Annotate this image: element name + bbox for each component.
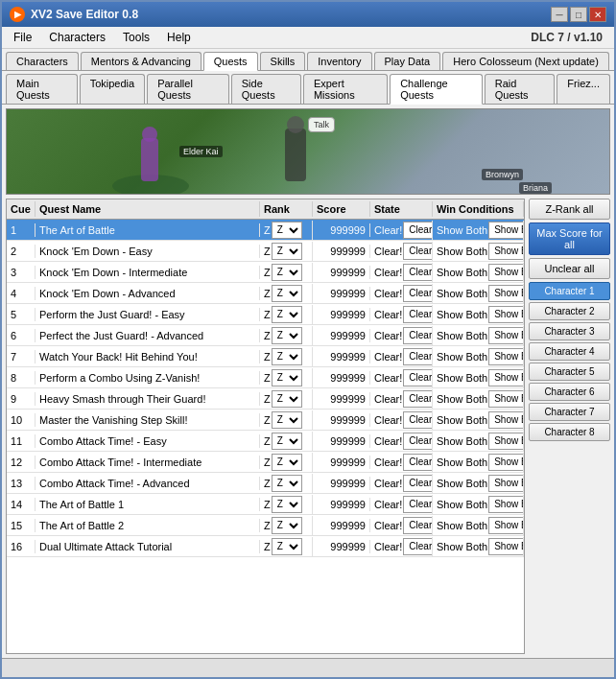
cell-state[interactable]: Clear! Clear!Unclear [370, 284, 433, 303]
cell-state[interactable]: Clear! Clear!Unclear [370, 242, 433, 261]
tab-side-quests[interactable]: Side Quests [231, 74, 301, 104]
wincond-select[interactable]: Show BothWin OnlyHide [488, 348, 524, 365]
wincond-select[interactable]: Show BothWin OnlyHide [488, 264, 524, 281]
wincond-select[interactable]: Show BothWin OnlyHide [488, 433, 524, 450]
max-score-button[interactable]: Max Score for all [529, 222, 610, 255]
cell-wincond[interactable]: Show Both Show BothWin OnlyHide [433, 221, 524, 240]
cell-rank[interactable]: Z ZSABCD [260, 263, 313, 282]
wincond-select[interactable]: Show BothWin OnlyHide [488, 306, 524, 323]
rank-select[interactable]: ZSABCD [272, 243, 302, 260]
cell-rank[interactable]: Z ZSABCD [260, 537, 313, 556]
cell-rank[interactable]: Z ZSABCD [260, 495, 313, 514]
rank-select[interactable]: ZSABCD [272, 433, 302, 450]
cell-wincond[interactable]: Show Both Show BothWin OnlyHide [433, 389, 524, 409]
state-select[interactable]: Clear!Unclear [403, 285, 433, 302]
tab-hero-colosseum[interactable]: Hero Colosseum (Next update) [442, 52, 609, 70]
rank-select[interactable]: ZSABCD [272, 285, 302, 302]
wincond-select[interactable]: Show BothWin OnlyHide [488, 538, 524, 555]
cell-rank[interactable]: Z ZSABCD [260, 389, 313, 409]
tab-raid-quests[interactable]: Raid Quests [485, 74, 556, 104]
cell-wincond[interactable]: Show Both Show BothWin OnlyHide [433, 305, 524, 324]
rank-select[interactable]: ZSABCD [272, 517, 302, 534]
cell-wincond[interactable]: Show Both Show BothWin OnlyHide [433, 516, 524, 535]
cell-wincond[interactable]: Show Both Show BothWin OnlyHide [433, 263, 524, 282]
wincond-select[interactable]: Show BothWin OnlyHide [488, 411, 524, 429]
tab-characters[interactable]: Characters [6, 52, 79, 70]
state-select[interactable]: Clear!Unclear [403, 433, 433, 450]
table-row[interactable]: 9 Heavy Smash through Their Guard! Z ZSA… [7, 388, 524, 410]
state-select[interactable]: Clear!Unclear [403, 411, 433, 429]
state-select[interactable]: Clear!Unclear [403, 327, 433, 344]
tab-quests[interactable]: Quests [203, 52, 258, 71]
cell-rank[interactable]: Z ZSABCD [260, 221, 313, 240]
rank-select[interactable]: ZSABCD [272, 411, 302, 429]
tab-challenge-quests[interactable]: Challenge Quests [390, 74, 483, 105]
cell-rank[interactable]: Z ZSABCD [260, 284, 313, 303]
rank-select[interactable]: ZSABCD [272, 369, 302, 386]
table-row[interactable]: 8 Perform a Combo Using Z-Vanish! Z ZSAB… [7, 367, 524, 388]
table-row[interactable]: 12 Combo Attack Time! - Intermediate Z Z… [7, 452, 524, 473]
cell-rank[interactable]: Z ZSABCD [260, 474, 313, 493]
rank-select[interactable]: ZSABCD [272, 496, 302, 513]
minimize-button[interactable]: ─ [551, 7, 568, 22]
rank-select[interactable]: ZSABCD [272, 327, 302, 344]
char-button-6[interactable]: Character 6 [529, 383, 610, 401]
table-row[interactable]: 14 The Art of Battle 1 Z ZSABCD 999999 C… [7, 494, 524, 515]
char-button-8[interactable]: Character 8 [529, 423, 610, 441]
tab-skills[interactable]: Skills [260, 52, 306, 70]
cell-wincond[interactable]: Show Both Show BothWin OnlyHide [433, 495, 524, 514]
cell-state[interactable]: Clear! Clear!Unclear [370, 516, 433, 535]
state-select[interactable]: Clear!Unclear [403, 306, 433, 323]
char-button-4[interactable]: Character 4 [529, 342, 610, 361]
cell-rank[interactable]: Z ZSABCD [260, 410, 313, 430]
table-row[interactable]: 5 Perform the Just Guard! - Easy Z ZSABC… [7, 304, 524, 325]
char-button-2[interactable]: Character 2 [529, 302, 610, 320]
wincond-select[interactable]: Show BothWin OnlyHide [488, 517, 524, 534]
char-button-5[interactable]: Character 5 [529, 363, 610, 381]
menu-tools[interactable]: Tools [115, 29, 157, 46]
rank-select[interactable]: ZSABCD [272, 222, 302, 239]
wincond-select[interactable]: Show BothWin OnlyHide [488, 285, 524, 302]
state-select[interactable]: Clear!Unclear [403, 369, 433, 386]
table-row[interactable]: 16 Dual Ultimate Attack Tutorial Z ZSABC… [7, 536, 524, 557]
cell-rank[interactable]: Z ZSABCD [260, 347, 313, 366]
cell-state[interactable]: Clear! Clear!Unclear [370, 432, 433, 451]
char-button-3[interactable]: Character 3 [529, 322, 610, 340]
wincond-select[interactable]: Show BothWin OnlyHide [488, 390, 524, 408]
rank-select[interactable]: ZSABCD [272, 306, 302, 323]
state-select[interactable]: Clear!Unclear [403, 222, 433, 239]
wincond-select[interactable]: Show BothWin OnlyHide [488, 222, 524, 239]
cell-wincond[interactable]: Show Both Show BothWin OnlyHide [433, 284, 524, 303]
menu-characters[interactable]: Characters [41, 29, 113, 46]
table-row[interactable]: 15 The Art of Battle 2 Z ZSABCD 999999 C… [7, 515, 524, 536]
tab-playdata[interactable]: Play Data [374, 52, 441, 70]
maximize-button[interactable]: □ [570, 7, 587, 22]
cell-rank[interactable]: Z ZSABCD [260, 326, 313, 345]
state-select[interactable]: Clear!Unclear [403, 264, 433, 281]
cell-rank[interactable]: Z ZSABCD [260, 305, 313, 324]
tab-frieza[interactable]: Friez... [557, 74, 610, 104]
table-row[interactable]: 6 Perfect the Just Guard! - Advanced Z Z… [7, 325, 524, 346]
cell-state[interactable]: Clear! Clear!Unclear [370, 537, 433, 556]
wincond-select[interactable]: Show BothWin OnlyHide [488, 243, 524, 260]
state-select[interactable]: Clear!Unclear [403, 454, 433, 471]
cell-state[interactable]: Clear! Clear!Unclear [370, 305, 433, 324]
cell-rank[interactable]: Z ZSABCD [260, 242, 313, 261]
cell-wincond[interactable]: Show Both Show BothWin OnlyHide [433, 453, 524, 472]
state-select[interactable]: Clear!Unclear [403, 496, 433, 513]
cell-rank[interactable]: Z ZSABCD [260, 432, 313, 451]
table-row[interactable]: 13 Combo Attack Time! - Advanced Z ZSABC… [7, 473, 524, 494]
cell-state[interactable]: Clear! Clear!Unclear [370, 347, 433, 366]
cell-wincond[interactable]: Show Both Show BothWin OnlyHide [433, 368, 524, 387]
table-row[interactable]: 11 Combo Attack Time! - Easy Z ZSABCD 99… [7, 431, 524, 452]
cell-state[interactable]: Clear! Clear!Unclear [370, 474, 433, 493]
rank-select[interactable]: ZSABCD [272, 390, 302, 408]
char-button-1[interactable]: Character 1 [529, 282, 610, 300]
table-row[interactable]: 10 Master the Vanishing Step Skill! Z ZS… [7, 410, 524, 431]
wincond-select[interactable]: Show BothWin OnlyHide [488, 369, 524, 386]
cell-wincond[interactable]: Show Both Show BothWin OnlyHide [433, 474, 524, 493]
tab-mentors[interactable]: Mentors & Advancing [81, 52, 201, 70]
menu-file[interactable]: File [6, 29, 39, 46]
tab-parallel-quests[interactable]: Parallel Quests [147, 74, 229, 104]
state-select[interactable]: Clear!Unclear [403, 390, 433, 408]
